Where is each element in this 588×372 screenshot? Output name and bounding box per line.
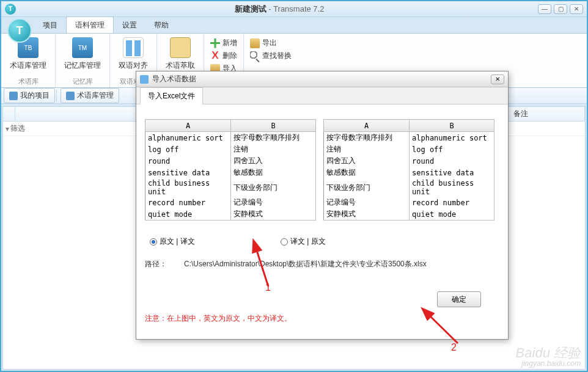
table-cell: child business unit — [145, 178, 231, 197]
table-row: quiet mode安静模式 — [145, 208, 316, 221]
radio-row: 原文 | 译文 译文 | 原文 — [145, 236, 499, 247]
delete-button[interactable]: 删除 — [209, 50, 238, 62]
table-cell: quiet mode — [145, 208, 231, 221]
watermark: Baidu 经验 jingyan.baidu.com — [516, 346, 581, 367]
export-icon — [250, 38, 260, 48]
close-button[interactable]: ✕ — [570, 4, 583, 14]
radio-source-target[interactable]: 原文 | 译文 — [150, 236, 195, 247]
radio-checked-icon — [150, 238, 157, 246]
import-term-dialog: 导入术语数据 ✕ 导入Excel文件 AB alphanumeric sort按… — [136, 71, 509, 340]
memory-mgmt-button[interactable]: TM 记忆库管理 — [62, 36, 103, 76]
table-cell: sensitive data — [145, 167, 231, 178]
termbase-mgmt-button[interactable]: TB 术语库管理 — [7, 36, 49, 76]
maximize-button[interactable]: ▢ — [554, 4, 567, 14]
menu-tab-settings[interactable]: 设置 — [114, 17, 145, 33]
table-row: 注销log off — [324, 144, 494, 155]
delete-icon — [210, 51, 220, 61]
note-text: 注意：在上图中，英文为原文，中文为译文。 — [145, 313, 499, 324]
table-cell: 注销 — [324, 144, 410, 155]
table-cell: record number — [145, 197, 231, 208]
separator — [56, 90, 57, 102]
termbase-small-icon — [66, 92, 75, 100]
align-icon — [123, 37, 144, 58]
main-window: T 新建测试 - Transmate 7.2 — ▢ ✕ T 项目 语料管理 设… — [0, 0, 588, 372]
table-cell: 记录编号 — [324, 197, 410, 208]
table-cell: 注销 — [231, 144, 316, 155]
dialog-icon — [140, 75, 149, 84]
table-row: 安静模式quiet mode — [324, 208, 494, 221]
menu-tab-corpus[interactable]: 语料管理 — [66, 16, 114, 33]
menu-tab-project[interactable]: 项目 — [34, 17, 66, 33]
ribbon-group-label: 记忆库 — [73, 76, 93, 86]
table-cell: alphanumeric sort — [410, 132, 494, 144]
tab-import-excel[interactable]: 导入Excel文件 — [140, 87, 203, 104]
table-row: sensitive data敏感数据 — [145, 167, 316, 178]
filter-icon: ▾ — [6, 125, 9, 133]
ok-button[interactable]: 确定 — [437, 291, 481, 307]
table-cell: 安静模式 — [231, 208, 316, 221]
path-value: C:\Users\Administrator\Desktop\数据语料\新建文件… — [184, 259, 427, 269]
table-header-b[interactable]: B — [231, 120, 316, 132]
right-preview-table: AB 按字母数字顺序排列alphanumeric sort注销log off四舍… — [323, 119, 494, 221]
menu-tab-help[interactable]: 帮助 — [145, 17, 177, 33]
annotation-label-1: 1 — [265, 282, 271, 293]
table-row: 下级业务部门child business unit — [324, 178, 494, 197]
folder-icon — [9, 92, 18, 100]
menu-bar: 项目 语料管理 设置 帮助 — [1, 17, 587, 33]
ribbon-group-label: 术语库 — [18, 76, 39, 86]
table-cell: 敏感数据 — [231, 167, 316, 178]
table-cell: sensitive data — [410, 167, 494, 178]
table-row: alphanumeric sort按字母数字顺序排列 — [145, 132, 316, 144]
minimize-button[interactable]: — — [538, 4, 551, 14]
bilingual-align-button[interactable]: 双语对齐 — [116, 36, 150, 76]
add-icon — [210, 38, 220, 48]
table-row: 敏感数据sensitive data — [324, 167, 494, 178]
term-mgmt-button[interactable]: 术语库管理 — [61, 88, 119, 103]
table-cell: 安静模式 — [324, 208, 410, 221]
app-orb-icon[interactable]: T — [7, 18, 32, 43]
search-icon — [250, 51, 260, 61]
dialog-close-button[interactable]: ✕ — [491, 75, 504, 84]
filter-label: 筛选 — [10, 123, 25, 134]
dialog-body: AB alphanumeric sort按字母数字顺序排列log off注销ro… — [136, 104, 508, 339]
dialog-title: 导入术语数据 — [152, 74, 491, 84]
my-project-button[interactable]: 我的项目 — [4, 88, 55, 103]
table-cell: round — [410, 155, 494, 167]
table-cell: 下级业务部门 — [324, 178, 410, 197]
table-row: 按字母数字顺序排列alphanumeric sort — [324, 132, 494, 144]
table-row: 记录编号record number — [324, 197, 494, 208]
window-title: 新建测试 - Transmate 7.2 — [21, 4, 538, 15]
table-cell: alphanumeric sort — [145, 132, 231, 144]
table-cell: 四舍五入 — [324, 155, 410, 167]
add-button[interactable]: 新增 — [209, 37, 238, 49]
table-cell: 按字母数字顺序排列 — [231, 132, 316, 144]
table-header-b[interactable]: B — [410, 120, 494, 132]
extract-icon — [170, 37, 191, 58]
table-cell: 四舍五入 — [231, 155, 316, 167]
dialog-title-bar[interactable]: 导入术语数据 ✕ — [136, 71, 508, 87]
grid-header-num[interactable] — [3, 107, 15, 121]
table-cell: 下级业务部门 — [231, 178, 316, 197]
export-button[interactable]: 导出 — [249, 37, 293, 49]
table-cell: log off — [145, 144, 231, 155]
ribbon-group-memory: TM 记忆库管理 记忆库 — [56, 34, 110, 87]
left-preview-table: AB alphanumeric sort按字母数字顺序排列log off注销ro… — [145, 119, 316, 221]
memory-icon: TM — [72, 37, 93, 58]
table-row: round四舍五入 — [145, 155, 316, 167]
table-cell: 按字母数字顺序排列 — [324, 132, 410, 144]
find-replace-button[interactable]: 查找替换 — [249, 50, 293, 62]
table-row: record number记录编号 — [145, 197, 316, 208]
title-bar: T 新建测试 - Transmate 7.2 — ▢ ✕ — [1, 1, 587, 17]
table-cell: child business unit — [410, 178, 494, 197]
path-label: 路径： — [145, 259, 167, 269]
path-row: 路径： C:\Users\Administrator\Desktop\数据语料\… — [145, 259, 499, 269]
radio-target-source[interactable]: 译文 | 原文 — [281, 236, 326, 247]
ribbon-group-termbase: TB 术语库管理 术语库 — [1, 34, 56, 87]
window-controls: — ▢ ✕ — [538, 4, 583, 14]
table-row: 四舍五入round — [324, 155, 494, 167]
table-row: log off注销 — [145, 144, 316, 155]
table-cell: 敏感数据 — [324, 167, 410, 178]
table-header-a[interactable]: A — [145, 120, 231, 132]
table-header-a[interactable]: A — [324, 120, 410, 132]
table-cell: log off — [410, 144, 494, 155]
